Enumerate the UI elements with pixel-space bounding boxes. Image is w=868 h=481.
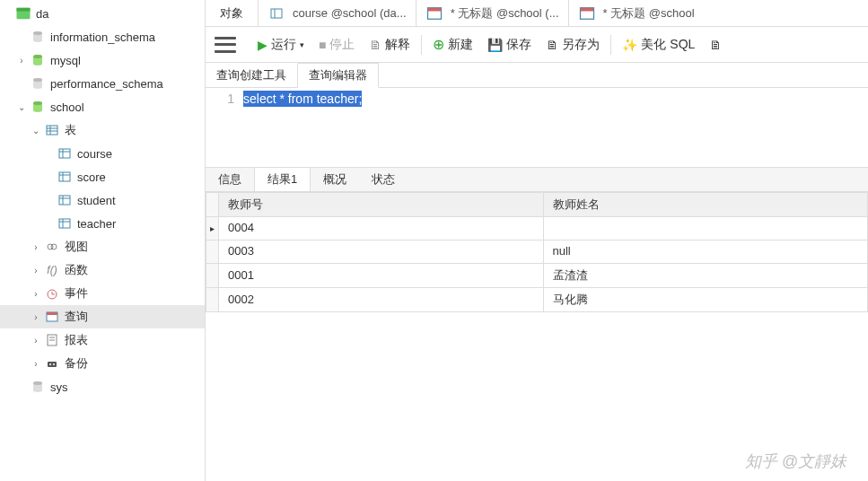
table-score[interactable]: score bbox=[0, 165, 205, 188]
events-node[interactable]: › 事件 bbox=[0, 282, 205, 305]
queries-node[interactable]: › 查询 bbox=[0, 305, 205, 328]
reports-node[interactable]: › 报表 bbox=[0, 328, 205, 352]
chevron-right-icon: › bbox=[29, 286, 43, 301]
svg-point-38 bbox=[53, 363, 55, 365]
grid-header-row: 教师号 教师姓名 bbox=[206, 193, 868, 217]
tab-label: 信息 bbox=[218, 171, 241, 188]
database-icon bbox=[29, 98, 47, 116]
function-icon: f() bbox=[43, 261, 61, 279]
main-panel: 对象 course @school (da... * 无标题 @school (… bbox=[206, 0, 868, 481]
cell[interactable]: 孟渣渣 bbox=[543, 264, 868, 288]
svg-rect-36 bbox=[48, 362, 57, 367]
tab-label: 对象 bbox=[220, 5, 243, 22]
db-sys[interactable]: sys bbox=[0, 375, 205, 398]
saveas-icon: 🗎 bbox=[546, 38, 558, 52]
table-label: score bbox=[77, 171, 106, 184]
database-icon bbox=[29, 378, 47, 396]
svg-rect-32 bbox=[47, 312, 57, 315]
explain-button[interactable]: 🗎 解释 bbox=[364, 33, 416, 57]
sql-editor[interactable]: 1select * from teacher; bbox=[206, 88, 868, 167]
tab-result1[interactable]: 结果1 bbox=[254, 168, 311, 191]
tab-untitled-1[interactable]: * 无标题 @school (... bbox=[416, 0, 568, 27]
cell[interactable]: null bbox=[543, 240, 868, 264]
cell[interactable]: 0003 bbox=[219, 240, 544, 264]
db-label: mysql bbox=[50, 54, 81, 67]
connection-node[interactable]: da bbox=[0, 2, 205, 25]
new-button[interactable]: ⊕ 新建 bbox=[427, 32, 478, 57]
backup-label: 备份 bbox=[65, 355, 88, 372]
query-icon bbox=[578, 4, 596, 22]
db-school[interactable]: ⌄ school bbox=[0, 95, 205, 118]
table-course[interactable]: course bbox=[0, 142, 205, 165]
tab-status[interactable]: 状态 bbox=[359, 168, 408, 191]
col-header[interactable]: 教师号 bbox=[219, 193, 544, 217]
table-label: student bbox=[77, 194, 116, 207]
table-label: teacher bbox=[77, 217, 116, 231]
cell[interactable] bbox=[543, 217, 868, 240]
cell[interactable]: 0001 bbox=[219, 264, 544, 288]
tab-untitled-2[interactable]: * 无标题 @school bbox=[569, 0, 704, 27]
table-teacher[interactable]: teacher bbox=[0, 212, 205, 235]
more-button[interactable]: 🗎 bbox=[704, 34, 727, 56]
db-information-schema[interactable]: information_schema bbox=[0, 25, 205, 48]
btn-label: 另存为 bbox=[562, 37, 600, 53]
cell[interactable]: 马化腾 bbox=[543, 288, 868, 312]
tables-node[interactable]: ⌄ 表 bbox=[0, 118, 205, 142]
cell[interactable]: 0002 bbox=[219, 288, 544, 312]
saveas-button[interactable]: 🗎 另存为 bbox=[540, 33, 605, 57]
wand-icon: ✨ bbox=[622, 38, 637, 52]
db-label: performance_schema bbox=[50, 77, 163, 91]
save-button[interactable]: 💾 保存 bbox=[482, 33, 537, 57]
cell[interactable]: 0004 bbox=[219, 217, 544, 240]
table-label: course bbox=[77, 147, 112, 161]
tab-label: 概况 bbox=[323, 171, 346, 188]
views-icon bbox=[43, 238, 61, 256]
menu-icon[interactable] bbox=[215, 37, 236, 53]
tab-query-builder[interactable]: 查询创建工具 bbox=[206, 63, 298, 87]
query-icon bbox=[425, 4, 443, 22]
page-icon: 🗎 bbox=[709, 38, 722, 52]
db-mysql[interactable]: › mysql bbox=[0, 48, 205, 72]
tab-course[interactable]: course @school (da... bbox=[259, 0, 416, 27]
svg-rect-1 bbox=[17, 8, 31, 12]
row-marker-header bbox=[206, 193, 219, 217]
tab-query-editor[interactable]: 查询编辑器 bbox=[298, 63, 379, 88]
database-icon bbox=[29, 51, 47, 69]
backup-node[interactable]: › 备份 bbox=[0, 352, 205, 375]
col-header[interactable]: 教师姓名 bbox=[543, 193, 868, 217]
chevron-right-icon: › bbox=[14, 53, 29, 67]
views-node[interactable]: › 视图 bbox=[0, 235, 205, 258]
svg-rect-41 bbox=[271, 9, 282, 18]
save-icon: 💾 bbox=[487, 38, 503, 52]
db-performance-schema[interactable]: performance_schema bbox=[0, 72, 205, 95]
table-row[interactable]: 0001 孟渣渣 bbox=[206, 264, 868, 288]
btn-label: 新建 bbox=[448, 37, 473, 53]
chevron-right-icon: › bbox=[29, 333, 43, 347]
result-grid[interactable]: 教师号 教师姓名 ▸ 0004 0003 null 0001 孟渣渣 0002 … bbox=[206, 192, 868, 312]
tab-label: * 无标题 @school (... bbox=[451, 5, 559, 22]
connection-label: da bbox=[36, 7, 48, 21]
stop-button[interactable]: ■ 停止 bbox=[313, 33, 360, 57]
chevron-right-icon: › bbox=[29, 310, 43, 324]
btn-label: 解释 bbox=[385, 37, 410, 53]
table-row[interactable]: 0002 马化腾 bbox=[206, 288, 868, 312]
table-row[interactable]: ▸ 0004 bbox=[206, 217, 868, 240]
table-icon bbox=[56, 144, 74, 162]
database-icon bbox=[29, 74, 47, 92]
views-label: 视图 bbox=[65, 239, 88, 255]
tab-info[interactable]: 信息 bbox=[206, 168, 254, 191]
table-row[interactable]: 0003 null bbox=[206, 240, 868, 264]
beautify-button[interactable]: ✨ 美化 SQL bbox=[617, 33, 700, 57]
run-button[interactable]: ▶ 运行 ▾ bbox=[252, 33, 310, 57]
functions-node[interactable]: › f() 函数 bbox=[0, 258, 205, 282]
btn-label: 保存 bbox=[506, 37, 531, 53]
result-tabs: 信息 结果1 概况 状态 bbox=[206, 167, 868, 192]
database-tree: da information_schema › mysql performanc… bbox=[0, 0, 206, 481]
table-student[interactable]: student bbox=[0, 188, 205, 212]
tab-label: 查询编辑器 bbox=[309, 67, 367, 83]
tab-label: 状态 bbox=[372, 171, 395, 188]
tab-objects[interactable]: 对象 bbox=[206, 0, 258, 27]
tab-profile[interactable]: 概况 bbox=[311, 168, 359, 191]
chevron-down-icon: ⌄ bbox=[29, 123, 43, 137]
tab-label: 结果1 bbox=[267, 171, 297, 188]
